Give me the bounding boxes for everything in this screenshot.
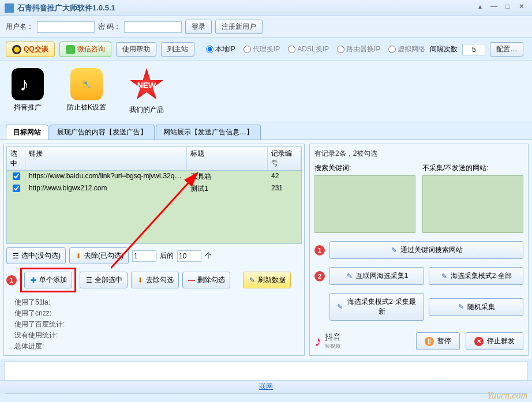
- titlebar: 石青抖音推广大师软件1.0.5.1 ▴ — □ ✕: [0, 0, 532, 16]
- status-progress: 总体进度:: [14, 341, 294, 352]
- range-unit: 个: [205, 251, 212, 261]
- minimize-button[interactable]: —: [488, 2, 500, 14]
- remove-checked-button[interactable]: ⬇去除(已勾选): [69, 247, 129, 264]
- app-icon: [5, 3, 14, 13]
- add-single-button[interactable]: ✚单个添加: [24, 272, 72, 288]
- qq-label: QQ交谈: [24, 44, 48, 54]
- password-input[interactable]: [124, 21, 182, 33]
- row-checkbox[interactable]: [13, 185, 20, 192]
- douyin-promo-icon[interactable]: ♪ 抖音推广: [12, 68, 44, 115]
- pause-icon: ||: [425, 337, 434, 346]
- watermark: Yuucn.com: [488, 390, 527, 401]
- close-button[interactable]: ✕: [516, 2, 527, 14]
- interval-input[interactable]: [462, 44, 485, 55]
- wechat-button[interactable]: 微信咨询: [59, 42, 111, 57]
- main-site-button[interactable]: 到主站: [161, 42, 194, 57]
- status-lines: 使用了51la: 使用了cnzz: 使用了百度统计: 没有使用统计: 总体进度:: [6, 296, 302, 353]
- pause-button[interactable]: ||暂停: [416, 332, 460, 350]
- step-2-badge: 2: [314, 271, 325, 281]
- plus-icon: ✚: [29, 276, 38, 284]
- list-icon: ☲: [85, 276, 93, 284]
- th-link[interactable]: 链接: [25, 147, 187, 170]
- step-1-badge: 1: [6, 275, 17, 285]
- range-start-input[interactable]: [132, 250, 156, 262]
- main-content: 选中 链接 标题 记录编号 https://www.baidu.com/link…: [0, 140, 532, 359]
- search-by-keyword-button[interactable]: ✎通过关键词搜索网站: [329, 241, 523, 259]
- toolbar: QQ交谈 微信咨询 使用帮助 到主站 本地IP 代理换IP ADSL换IP 路由…: [0, 38, 532, 61]
- footer: 联网: [0, 380, 532, 393]
- wechat-icon: [66, 45, 75, 54]
- virtual-net-radio[interactable]: 虚拟网络: [388, 44, 425, 54]
- cell-title: 工具箱: [187, 171, 268, 183]
- exclude-box[interactable]: [422, 175, 523, 233]
- remove-icon: ⬇: [136, 276, 144, 284]
- list-icon: ☲: [12, 252, 20, 260]
- router-ip-radio[interactable]: 路由器换IP: [337, 44, 380, 54]
- pencil-icon: ✎: [390, 246, 398, 254]
- qq-icon: [12, 45, 21, 54]
- th-check[interactable]: 选中: [7, 147, 25, 170]
- config-button[interactable]: 配置…: [490, 42, 523, 57]
- tab-ad-content[interactable]: 展现广告的内容【发送广告】: [50, 125, 155, 140]
- hx-mode2-all-button[interactable]: ✎海选采集模式2-全部: [429, 267, 523, 285]
- th-id[interactable]: 记录编号: [268, 147, 301, 170]
- help-button[interactable]: 使用帮助: [116, 42, 156, 57]
- left-panel: 选中 链接 标题 记录编号 https://www.baidu.com/link…: [3, 144, 305, 356]
- music-note-icon: ♪: [314, 333, 321, 350]
- login-bar: 用户名： 密 码： 登录 注册新用户: [0, 16, 532, 38]
- stop-button[interactable]: ✕停止群发: [466, 332, 523, 350]
- pencil-icon: ✎: [440, 272, 448, 280]
- random-collect-button[interactable]: ✎随机采集: [429, 298, 523, 316]
- qq-chat-button[interactable]: QQ交谈: [6, 42, 55, 57]
- network-link[interactable]: 联网: [259, 382, 273, 392]
- douyin-logo: ♪ 抖音 短视频: [314, 332, 341, 350]
- wechat-label: 微信咨询: [77, 44, 105, 54]
- cell-title: 测试1: [187, 183, 268, 195]
- local-ip-radio[interactable]: 本地IP: [206, 44, 235, 54]
- range-mid-label: 后的: [160, 251, 174, 261]
- remove-icon: ⬇: [74, 252, 83, 260]
- app-title: 石青抖音推广大师软件1.0.5.1: [17, 3, 115, 13]
- login-button[interactable]: 登录: [185, 20, 212, 34]
- interval-label: 间隔次数: [430, 44, 458, 54]
- minimize-button[interactable]: ▴: [474, 2, 486, 14]
- select-all-button[interactable]: ☲全部选中: [80, 272, 128, 288]
- username-input[interactable]: [37, 21, 95, 33]
- refresh-data-button[interactable]: ✎刷新数据: [243, 272, 291, 288]
- our-products-icon[interactable]: NEW 我们的产品: [129, 68, 164, 115]
- row-checkbox[interactable]: [13, 172, 20, 180]
- register-button[interactable]: 注册新用户: [215, 20, 263, 34]
- icon-row: ♪ 抖音推广 🔧 防止被K设置 NEW 我们的产品: [0, 61, 532, 122]
- proxy-ip-radio[interactable]: 代理换IP: [243, 44, 280, 54]
- password-label: 密 码：: [98, 22, 121, 32]
- anti-k-icon[interactable]: 🔧 防止被K设置: [67, 68, 106, 115]
- keyword-box[interactable]: [314, 175, 415, 233]
- hx-mode2-latest-button[interactable]: ✎海选采集模式2-采集最新: [329, 293, 424, 321]
- table-header: 选中 链接 标题 记录编号: [7, 147, 301, 171]
- cell-link: http://www.bigwx212.com: [25, 183, 187, 195]
- remove-check-button[interactable]: ⬇去除勾选: [131, 272, 179, 288]
- cell-id: 42: [268, 171, 301, 183]
- range-end-input[interactable]: [177, 250, 201, 262]
- internet-collect-button[interactable]: ✎互联网海选采集1: [329, 267, 424, 285]
- table-row[interactable]: https://www.baidu.com/link?url=bgsq-mjvw…: [7, 171, 301, 183]
- status-51la: 使用了51la:: [14, 297, 294, 308]
- maximize-button[interactable]: □: [502, 2, 514, 14]
- minus-icon: —: [188, 276, 196, 284]
- delete-check-button[interactable]: —删除勾选: [182, 272, 230, 288]
- range-row: ☲选中(没勾选) ⬇去除(已勾选) 后的 个: [6, 247, 302, 264]
- table-row[interactable]: http://www.bigwx212.com 测试1 231: [7, 183, 301, 195]
- adsl-ip-radio[interactable]: ADSL换IP: [288, 44, 329, 54]
- select-unchecked-button[interactable]: ☲选中(没勾选): [6, 247, 66, 264]
- tab-site-display[interactable]: 网站展示【发送广告信息…】: [156, 125, 261, 140]
- th-title[interactable]: 标题: [187, 147, 268, 170]
- pencil-icon: ✎: [457, 303, 465, 311]
- tab-bar: 目标网站 展现广告的内容【发送广告】 网站展示【发送广告信息…】: [0, 122, 532, 140]
- status-none: 没有使用统计:: [14, 330, 294, 341]
- status-cnzz: 使用了cnzz:: [14, 308, 294, 319]
- right-panel: 有记录2条，2被勾选 搜索关键词: 不采集/不发送的网站: 1 ✎通过关键词搜索…: [309, 144, 529, 356]
- pencil-icon: ✎: [336, 303, 343, 311]
- action-row: 1 ✚单个添加 ☲全部选中 ⬇去除勾选 —删除勾选 ✎刷新数据: [6, 268, 302, 292]
- tab-target-site[interactable]: 目标网站: [6, 125, 48, 140]
- cell-link: https://www.baidu.com/link?url=bgsq-mjvw…: [25, 171, 187, 183]
